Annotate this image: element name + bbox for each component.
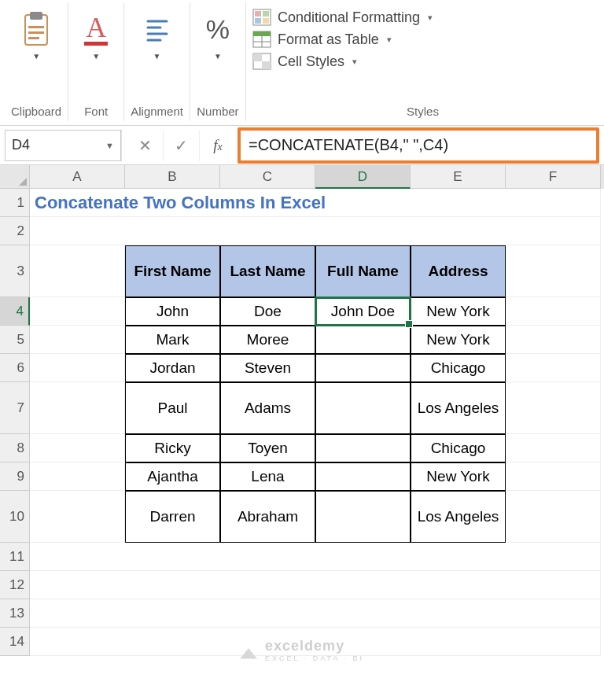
font-button[interactable]: A ▼ <box>75 6 117 64</box>
cell-F3[interactable] <box>506 245 601 297</box>
format-as-table-button[interactable]: Format as Table▾ <box>252 28 593 50</box>
row-header-13[interactable]: 13 <box>0 599 30 628</box>
insert-function-button[interactable]: fx <box>200 130 236 161</box>
cell-A5[interactable] <box>30 326 125 354</box>
clipboard-button[interactable]: ▼ <box>15 6 57 64</box>
row-header-5[interactable]: 5 <box>0 326 30 354</box>
cell-D4[interactable]: John Doe <box>315 297 411 326</box>
col-header-F[interactable]: F <box>506 165 601 189</box>
cell-F9[interactable] <box>506 462 601 491</box>
row-header-14[interactable]: 14 <box>0 628 30 656</box>
row-3: 3 First Name Last Name Full Name Address <box>0 245 604 297</box>
cell-B8[interactable]: Ricky <box>125 434 220 462</box>
row-header-9[interactable]: 9 <box>0 462 30 491</box>
svg-rect-12 <box>255 18 261 24</box>
cell-B5[interactable]: Mark <box>125 326 220 354</box>
header-last-name[interactable]: Last Name <box>220 245 315 297</box>
row-header-8[interactable]: 8 <box>0 434 30 462</box>
cell-E5[interactable]: New York <box>411 326 506 354</box>
number-button[interactable]: % ▼ <box>197 6 239 64</box>
select-all-button[interactable] <box>0 165 30 189</box>
cell-D5[interactable] <box>315 326 411 354</box>
cell-A10[interactable] <box>30 491 125 543</box>
cell-C10[interactable]: Abraham <box>220 491 315 543</box>
row-header-12[interactable]: 12 <box>0 571 30 599</box>
cell-F8[interactable] <box>506 434 601 462</box>
name-box[interactable]: D4 ▼ <box>5 130 121 161</box>
cell-D10[interactable] <box>315 491 411 543</box>
row-header-11[interactable]: 11 <box>0 543 30 571</box>
row-6: 6 Jordan Steven Chicago <box>0 354 604 382</box>
cell-C7[interactable]: Adams <box>220 382 315 434</box>
cell-A3[interactable] <box>30 245 125 297</box>
row-header-7[interactable]: 7 <box>0 382 30 434</box>
cell-B7[interactable]: Paul <box>125 382 220 434</box>
cell-A13[interactable] <box>30 599 601 628</box>
cell-B4[interactable]: John <box>125 297 220 326</box>
ribbon-label-number: Number <box>197 105 238 118</box>
percent-icon: % <box>201 9 234 49</box>
cell-D8[interactable] <box>315 434 411 462</box>
row-header-1[interactable]: 1 <box>0 189 30 217</box>
cell-E10[interactable]: Los Angeles <box>411 491 506 543</box>
cell-A2[interactable] <box>30 217 601 245</box>
cell-C6[interactable]: Steven <box>220 354 315 382</box>
cell-D9[interactable] <box>315 462 411 491</box>
row-header-10[interactable]: 10 <box>0 491 30 543</box>
cell-C8[interactable]: Toyen <box>220 434 315 462</box>
svg-rect-11 <box>263 11 269 17</box>
header-first-name[interactable]: First Name <box>125 245 220 297</box>
cell-B9[interactable]: Ajantha <box>125 462 220 491</box>
row-header-6[interactable]: 6 <box>0 354 30 382</box>
cell-F5[interactable] <box>506 326 601 354</box>
col-header-D[interactable]: D <box>315 165 411 189</box>
cell-E7[interactable]: Los Angeles <box>411 382 506 434</box>
format-table-icon <box>252 31 271 48</box>
cancel-formula-button[interactable]: ✕ <box>127 130 164 161</box>
header-full-name[interactable]: Full Name <box>315 245 411 297</box>
cell-F10[interactable] <box>506 491 601 543</box>
chevron-down-icon: ▼ <box>153 52 161 61</box>
row-header-4[interactable]: 4 <box>0 297 30 326</box>
col-header-A[interactable]: A <box>30 165 125 189</box>
enter-formula-button[interactable]: ✓ <box>164 130 200 161</box>
cell-A11[interactable] <box>30 543 601 571</box>
cell-A6[interactable] <box>30 354 125 382</box>
formula-input[interactable]: =CONCATENATE(B4," ",C4) <box>238 127 599 164</box>
header-address[interactable]: Address <box>411 245 506 297</box>
cell-C9[interactable]: Lena <box>220 462 315 491</box>
row-12: 12 <box>0 571 604 599</box>
cell-D6[interactable] <box>315 354 411 382</box>
cell-E4[interactable]: New York <box>411 297 506 326</box>
ribbon-label-alignment: Alignment <box>131 105 183 118</box>
cell-B6[interactable]: Jordan <box>125 354 220 382</box>
cell-E9[interactable]: New York <box>411 462 506 491</box>
cell-A8[interactable] <box>30 434 125 462</box>
title-cell[interactable]: Concatenate Two Columns In Excel <box>30 189 601 217</box>
cell-A4[interactable] <box>30 297 125 326</box>
row-header-3[interactable]: 3 <box>0 245 30 297</box>
col-header-C[interactable]: C <box>220 165 315 189</box>
cell-D7[interactable] <box>315 382 411 434</box>
row-header-2[interactable]: 2 <box>0 217 30 245</box>
cell-B10[interactable]: Darren <box>125 491 220 543</box>
svg-rect-20 <box>262 61 271 69</box>
svg-rect-19 <box>253 53 262 61</box>
col-header-E[interactable]: E <box>411 165 506 189</box>
conditional-formatting-button[interactable]: Conditional Formatting▾ <box>252 6 593 28</box>
watermark-tag: EXCEL · DATA · BI <box>265 654 364 662</box>
cell-C4[interactable]: Doe <box>220 297 315 326</box>
cell-A12[interactable] <box>30 571 601 599</box>
cell-A9[interactable] <box>30 462 125 491</box>
cell-F6[interactable] <box>506 354 601 382</box>
cell-styles-button[interactable]: Cell Styles▾ <box>252 50 593 72</box>
alignment-icon <box>141 9 174 49</box>
cell-A7[interactable] <box>30 382 125 434</box>
cell-F7[interactable] <box>506 382 601 434</box>
cell-E8[interactable]: Chicago <box>411 434 506 462</box>
cell-E6[interactable]: Chicago <box>411 354 506 382</box>
alignment-button[interactable]: ▼ <box>136 6 179 64</box>
col-header-B[interactable]: B <box>125 165 220 189</box>
cell-C5[interactable]: Moree <box>220 326 315 354</box>
cell-F4[interactable] <box>506 297 601 326</box>
